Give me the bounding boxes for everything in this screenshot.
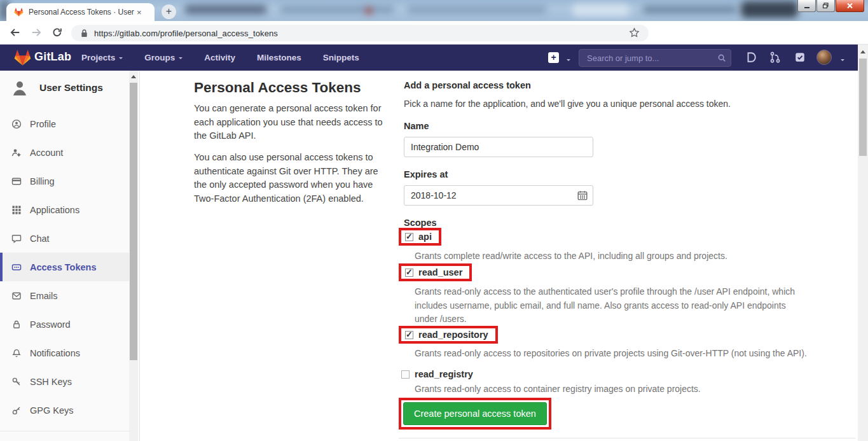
forward-icon[interactable]: [31, 27, 43, 38]
user-settings-icon: [10, 78, 29, 97]
sidebar-item-ssh-keys[interactable]: SSH Keys: [0, 367, 130, 396]
scope-read-repository-highlight: read_repository: [399, 326, 498, 344]
new-menu-button[interactable]: +: [548, 52, 559, 63]
create-token-button[interactable]: Create personal access token: [403, 402, 547, 425]
sidebar-item-label: Profile: [30, 119, 56, 129]
scope-name[interactable]: read_repository: [418, 330, 488, 340]
nav-label: Projects: [81, 53, 115, 62]
sidebar-item-access-tokens[interactable]: Access Tokens: [0, 253, 130, 281]
scope-name[interactable]: read_registry: [415, 369, 473, 379]
nav-snippets[interactable]: Snippets: [323, 53, 359, 62]
maximize-icon: [822, 3, 829, 9]
background-blur: [407, 6, 547, 13]
password-icon: [11, 319, 22, 330]
nav-label: Groups: [144, 53, 175, 62]
nav-label: Snippets: [323, 53, 359, 62]
close-button[interactable]: [836, 0, 864, 12]
search-input[interactable]: [579, 49, 731, 67]
bookmark-star-icon[interactable]: [629, 27, 640, 38]
form-subheading: Pick a name for the application, and we'…: [404, 99, 731, 109]
maximize-button[interactable]: [816, 0, 835, 12]
tab-close-icon[interactable]: ×: [137, 8, 142, 17]
close-icon: [846, 3, 853, 9]
gitlab-logo[interactable]: [14, 50, 31, 66]
sidebar-item-billing[interactable]: Billing: [0, 167, 130, 195]
scroll-up-icon[interactable]: [858, 47, 867, 56]
page-description-1: You can generate a personal access token…: [194, 102, 389, 143]
back-icon[interactable]: [9, 27, 21, 38]
sidebar-header: User Settings: [10, 78, 103, 97]
sidebar-item-profile[interactable]: Profile: [0, 109, 130, 138]
merge-request-icon[interactable]: [769, 52, 781, 63]
sidebar-item-label: Billing: [30, 176, 55, 186]
nav-label: Activity: [204, 53, 235, 62]
access-tokens-icon: [11, 262, 22, 272]
background-blur: [572, 4, 630, 17]
nav-milestones[interactable]: Milestones: [257, 53, 301, 62]
refresh-icon[interactable]: [52, 27, 63, 38]
sidebar-item-gpg-keys[interactable]: GPG Keys: [0, 396, 130, 424]
calendar-icon[interactable]: [577, 190, 588, 200]
account-icon: [11, 148, 22, 158]
name-field[interactable]: [404, 137, 593, 157]
sidebar-scrollbar-thumb[interactable]: [130, 83, 137, 360]
sidebar-item-notifications[interactable]: Notifications: [0, 339, 130, 367]
chat-icon: [11, 234, 22, 244]
background-blur: [741, 1, 798, 18]
gitlab-navbar: GitLab Projects Groups Activity Mileston…: [0, 45, 868, 71]
background-blur: [184, 5, 267, 14]
address-bar[interactable]: https://gitlab.com/profile/personal_acce…: [71, 25, 649, 41]
gitlab-brand[interactable]: GitLab: [34, 50, 71, 64]
background-blur: [642, 6, 738, 13]
background-blur: [280, 6, 394, 13]
sidebar-item-label: Notifications: [30, 348, 80, 358]
sidebar-item-password[interactable]: Password: [0, 310, 130, 339]
todos-icon[interactable]: [794, 52, 806, 63]
issues-icon[interactable]: [745, 52, 757, 63]
read-registry-checkbox[interactable]: [401, 370, 410, 379]
profile-icon: [11, 119, 22, 129]
scope-name[interactable]: api: [418, 232, 432, 242]
sidebar-item-emails[interactable]: Emails: [0, 281, 130, 310]
sidebar-item-chat[interactable]: Chat: [0, 224, 130, 253]
url-text: https://gitlab.com/profile/personal_acce…: [94, 29, 278, 38]
sidebar-item-account[interactable]: Account: [0, 138, 130, 167]
scroll-up-icon[interactable]: [129, 72, 138, 81]
sidebar-scrollbar[interactable]: [129, 71, 138, 441]
sidebar-item-applications[interactable]: Applications: [0, 195, 130, 224]
window-controls: [797, 0, 864, 12]
page-scrollbar[interactable]: [858, 45, 868, 441]
chevron-down-icon: [841, 59, 844, 63]
browser-tab[interactable]: Personal Access Tokens · User Se ×: [6, 3, 155, 21]
minimize-button[interactable]: [797, 0, 816, 12]
browser-toolbar: https://gitlab.com/profile/personal_acce…: [0, 21, 868, 45]
nav-projects[interactable]: Projects: [81, 53, 123, 62]
new-tab-button[interactable]: +: [162, 4, 176, 19]
page-body: User Settings Profile: [0, 71, 868, 441]
sidebar-item-label: Chat: [30, 234, 50, 244]
expires-label: Expires at: [404, 169, 448, 179]
user-avatar[interactable]: [816, 50, 832, 65]
read-user-checkbox[interactable]: [405, 269, 413, 277]
nav-activity[interactable]: Activity: [204, 53, 235, 62]
page-title: Personal Access Tokens: [194, 80, 361, 96]
browser-window: Personal Access Tokens · User Se × +: [0, 0, 868, 441]
scope-api-description: Grants complete read/write access to the…: [415, 249, 727, 263]
page-scrollbar-thumb[interactable]: [859, 59, 867, 156]
scope-read-user-highlight: read_user: [399, 263, 472, 281]
emails-icon: [11, 291, 22, 301]
scope-read-registry-description: Grants read-only access to container reg…: [415, 382, 701, 396]
api-checkbox[interactable]: [405, 233, 413, 241]
search-icon: [717, 53, 726, 62]
ssh-keys-icon: [11, 377, 22, 387]
chevron-down-icon: [179, 57, 183, 61]
scopes-label: Scopes: [404, 218, 437, 228]
name-label: Name: [404, 121, 429, 131]
nav-groups[interactable]: Groups: [144, 53, 183, 62]
scope-name[interactable]: read_user: [418, 267, 462, 277]
gitlab-menu: Projects Groups Activity Milestones Snip…: [81, 45, 381, 71]
read-repository-checkbox[interactable]: [405, 331, 413, 339]
expires-field[interactable]: [404, 185, 593, 206]
sidebar-nav: Profile Account Billin: [0, 109, 130, 424]
sidebar-divider: [0, 431, 130, 431]
